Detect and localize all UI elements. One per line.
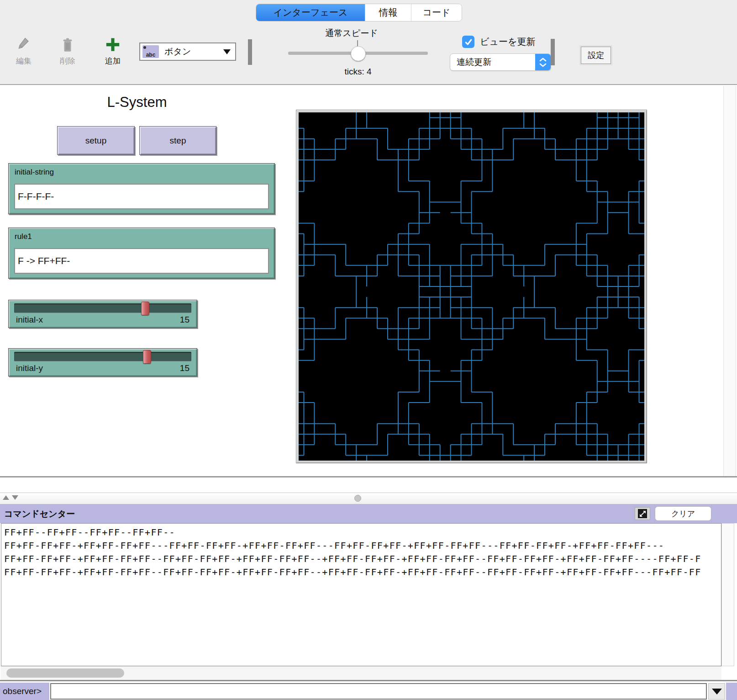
toolbar-divider xyxy=(551,39,555,65)
splitter-gap xyxy=(0,476,737,493)
command-center-header: コマンドセンター クリア xyxy=(0,504,737,523)
command-history-button[interactable] xyxy=(708,683,725,700)
initial-x-value: 15 xyxy=(180,315,190,325)
widget-type-dropdown[interactable]: abc ボタン xyxy=(139,42,236,61)
horizontal-scrollbar-thumb[interactable] xyxy=(6,668,124,678)
initial-x-slider-track[interactable] xyxy=(14,303,191,313)
rule1-widget: rule1 xyxy=(8,228,275,279)
command-center-bottom-border xyxy=(0,680,737,681)
expand-button[interactable] xyxy=(635,507,650,520)
initial-string-widget: initial-string xyxy=(8,163,275,214)
chevron-down-icon xyxy=(223,49,231,54)
step-button-label: step xyxy=(170,136,186,146)
checkmark-icon xyxy=(464,37,473,47)
netlogo-window: インターフェース 情報 コード 編集 削除 追加 abc ボタン xyxy=(0,0,737,700)
tab-code[interactable]: コード xyxy=(411,4,462,21)
observer-prompt-label[interactable]: observer> xyxy=(0,683,49,700)
add-widget-button[interactable]: 追加 xyxy=(97,35,129,66)
model-title-note: L-System xyxy=(57,94,217,111)
interface-vertical-scrollbar[interactable] xyxy=(723,86,736,476)
settings-label: 設定 xyxy=(588,50,604,61)
observer-prompt-text: observer> xyxy=(3,686,42,696)
command-center-title: コマンドセンター xyxy=(4,508,75,520)
view-updates-label: ビューを更新 xyxy=(480,36,535,48)
initial-y-slider-track[interactable] xyxy=(14,352,191,361)
command-output-line: FF+FF-FF+FF-+FF+FF-FF+FF--FF+FF-FF+FF-+F… xyxy=(4,552,721,566)
view-updates-checkbox[interactable] xyxy=(462,36,474,48)
world-view-canvas[interactable] xyxy=(299,112,644,461)
delete-button[interactable]: 削除 xyxy=(52,35,84,66)
initial-x-slider: initial-x 15 xyxy=(8,300,197,328)
command-output-line: FF+FF--FF+FF--FF+FF--FF+FF-- xyxy=(4,526,721,539)
spinner-arrows-icon xyxy=(535,54,551,70)
scrollbar-corner xyxy=(721,666,735,679)
initial-y-label: initial-y xyxy=(16,363,43,373)
initial-y-slider: initial-y 15 xyxy=(8,348,197,377)
splitter-drag-handle[interactable] xyxy=(354,495,361,502)
setup-button[interactable]: setup xyxy=(57,126,135,155)
observer-row-end-strip xyxy=(726,683,737,700)
initial-y-slider-handle[interactable] xyxy=(143,350,151,364)
tab-interface[interactable]: インターフェース xyxy=(256,4,365,21)
collapse-down-icon[interactable] xyxy=(12,495,18,500)
settings-button[interactable]: 設定 xyxy=(581,47,611,64)
add-label: 追加 xyxy=(97,56,129,66)
tab-info[interactable]: 情報 xyxy=(365,4,411,21)
triangle-down-icon xyxy=(712,689,722,695)
tab-bar: インターフェース 情報 コード xyxy=(256,4,462,21)
clear-button-label: クリア xyxy=(671,509,695,519)
command-output-line: FF+FF-FF+FF-+FF+FF-FF+FF--FF+FF-FF+FF-+F… xyxy=(4,566,721,579)
widget-type-value: ボタン xyxy=(164,46,223,58)
update-mode-dropdown[interactable]: 連続更新 xyxy=(450,53,551,71)
command-output-line: FF+FF-FF+FF-+FF+FF-FF+FF---FF+FF-FF+FF-+… xyxy=(4,539,721,552)
step-button[interactable]: step xyxy=(139,126,216,155)
ticks-counter: ticks: 4 xyxy=(288,67,428,77)
initial-x-slider-handle[interactable] xyxy=(141,302,149,315)
update-mode-value: 連続更新 xyxy=(457,56,535,68)
toolbar-divider xyxy=(248,39,252,65)
delete-label: 削除 xyxy=(52,56,84,66)
initial-y-value: 15 xyxy=(180,363,190,373)
rule1-label: rule1 xyxy=(15,232,32,241)
setup-button-label: setup xyxy=(85,136,106,146)
command-output-vertical-scrollbar[interactable] xyxy=(721,523,734,666)
speed-slider-label: 通常スピード xyxy=(282,27,421,39)
world-view-frame xyxy=(296,110,647,463)
expand-arrows-icon xyxy=(637,509,648,519)
view-updates-control: ビューを更新 xyxy=(462,36,535,48)
plus-icon xyxy=(97,35,129,54)
command-input[interactable] xyxy=(50,683,707,700)
initial-x-label: initial-x xyxy=(16,315,43,325)
rule1-input[interactable] xyxy=(14,248,269,274)
collapse-up-icon[interactable] xyxy=(3,495,9,500)
command-output-horizontal-scrollbar[interactable] xyxy=(1,666,721,680)
initial-string-label: initial-string xyxy=(15,168,54,177)
trash-icon xyxy=(52,35,84,54)
button-widget-icon: abc xyxy=(142,45,159,58)
edit-button[interactable]: 編集 xyxy=(8,35,40,66)
splitter-bar[interactable] xyxy=(0,493,737,504)
clear-button[interactable]: クリア xyxy=(655,506,711,521)
edit-label: 編集 xyxy=(8,56,40,66)
button-widget-icon-text: abc xyxy=(146,52,156,58)
speed-slider-knob[interactable] xyxy=(351,46,366,61)
initial-string-input[interactable] xyxy=(14,184,269,209)
command-output[interactable]: FF+FF--FF+FF--FF+FF--FF+FF--FF+FF-FF+FF-… xyxy=(1,523,721,666)
toolbar: インターフェース 情報 コード 編集 削除 追加 abc ボタン xyxy=(0,0,737,85)
pencil-icon xyxy=(8,35,40,54)
splitter-arrows[interactable] xyxy=(3,495,18,500)
